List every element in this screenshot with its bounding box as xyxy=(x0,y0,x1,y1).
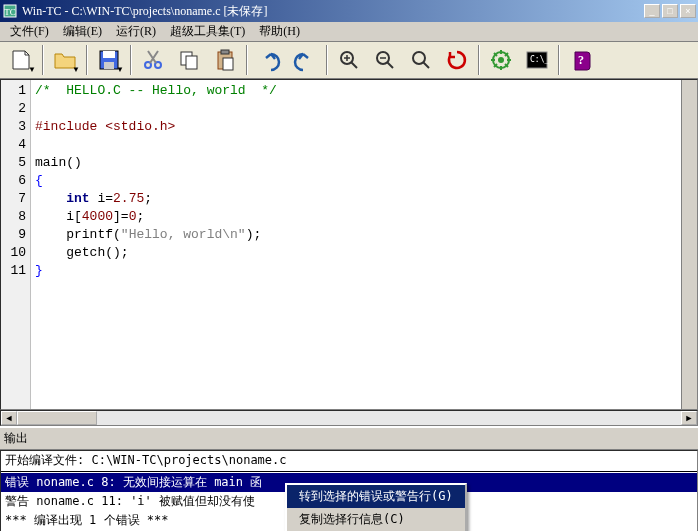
output-panel-title: 输出 xyxy=(0,426,698,450)
help-button[interactable]: ? xyxy=(564,44,598,76)
toolbar-separator xyxy=(42,45,44,75)
line-number: 11 xyxy=(1,262,26,280)
line-number: 9 xyxy=(1,226,26,244)
dropdown-arrow-icon: ▼ xyxy=(116,65,124,74)
redo-button[interactable] xyxy=(288,44,322,76)
svg-point-16 xyxy=(498,57,504,63)
line-number: 10 xyxy=(1,244,26,262)
dropdown-arrow-icon: ▼ xyxy=(72,65,80,74)
menu-run[interactable]: 运行(R) xyxy=(110,21,162,42)
toolbar-separator xyxy=(558,45,560,75)
menu-help[interactable]: 帮助(H) xyxy=(253,21,306,42)
context-menu-copy-line[interactable]: 复制选择行信息(C) xyxy=(287,508,465,531)
toolbar-separator xyxy=(326,45,328,75)
toolbar-separator xyxy=(86,45,88,75)
code-func: main() xyxy=(35,155,82,170)
toolbar: ▼ ▼ ▼ C:\_ ? xyxy=(0,42,698,79)
paste-button[interactable] xyxy=(208,44,242,76)
code-string: "Hello, world\n" xyxy=(121,227,246,242)
line-number-gutter: 1 2 3 4 5 6 7 8 9 10 11 xyxy=(1,80,31,409)
code-area[interactable]: /* HELLO.C -- Hello, world */ #include <… xyxy=(31,80,681,409)
scroll-thumb[interactable] xyxy=(17,411,97,425)
code-brace: { xyxy=(35,173,43,188)
titlebar: TC Win-TC - C:\WIN-TC\projects\noname.c … xyxy=(0,0,698,22)
svg-rect-11 xyxy=(223,58,233,70)
svg-text:C:\_: C:\_ xyxy=(530,55,549,64)
close-button[interactable]: × xyxy=(680,4,696,18)
code-number: 2.75 xyxy=(113,191,144,206)
minimize-button[interactable]: _ xyxy=(644,4,660,18)
svg-rect-8 xyxy=(186,56,197,69)
context-menu: 转到选择的错误或警告行(G) 复制选择行信息(C) xyxy=(285,483,467,531)
menu-edit[interactable]: 编辑(E) xyxy=(57,21,108,42)
output-panel: 开始编译文件: C:\WIN-TC\projects\noname.c 错误 n… xyxy=(0,450,698,531)
line-number: 8 xyxy=(1,208,26,226)
line-number: 6 xyxy=(1,172,26,190)
open-file-button[interactable]: ▼ xyxy=(48,44,82,76)
svg-text:TC: TC xyxy=(4,7,16,17)
compile-button[interactable] xyxy=(484,44,518,76)
copy-button[interactable] xyxy=(172,44,206,76)
cut-button[interactable] xyxy=(136,44,170,76)
find-button[interactable] xyxy=(404,44,438,76)
run-console-button[interactable]: C:\_ xyxy=(520,44,554,76)
window-controls: _ □ × xyxy=(644,4,696,18)
toolbar-separator xyxy=(130,45,132,75)
new-file-button[interactable]: ▼ xyxy=(4,44,38,76)
svg-rect-4 xyxy=(104,62,114,69)
scroll-track[interactable] xyxy=(97,411,681,425)
code-comment: /* HELLO.C -- Hello, world */ xyxy=(35,83,277,98)
maximize-button[interactable]: □ xyxy=(662,4,678,18)
line-number: 5 xyxy=(1,154,26,172)
menubar: 文件(F) 编辑(E) 运行(R) 超级工具集(T) 帮助(H) xyxy=(0,22,698,42)
dropdown-arrow-icon: ▼ xyxy=(28,65,36,74)
menu-tools[interactable]: 超级工具集(T) xyxy=(164,21,251,42)
svg-text:?: ? xyxy=(578,53,584,67)
code-preproc: #include <stdio.h> xyxy=(35,119,175,134)
window-title: Win-TC - C:\WIN-TC\projects\noname.c [未保… xyxy=(22,3,644,20)
line-number: 2 xyxy=(1,100,26,118)
code-editor: 1 2 3 4 5 6 7 8 9 10 11 /* HELLO.C -- He… xyxy=(0,79,698,410)
code-brace: } xyxy=(35,263,43,278)
context-menu-goto-error[interactable]: 转到选择的错误或警告行(G) xyxy=(287,485,465,508)
line-number: 7 xyxy=(1,190,26,208)
toolbar-separator xyxy=(478,45,480,75)
vertical-scrollbar[interactable] xyxy=(681,80,697,409)
app-icon: TC xyxy=(2,3,18,19)
line-number: 1 xyxy=(1,82,26,100)
code-type: int xyxy=(66,191,89,206)
line-number: 3 xyxy=(1,118,26,136)
horizontal-scrollbar[interactable]: ◄ ► xyxy=(0,410,698,426)
output-separator xyxy=(1,471,697,472)
save-button[interactable]: ▼ xyxy=(92,44,126,76)
code-number: 4000 xyxy=(82,209,113,224)
scroll-right-arrow-icon[interactable]: ► xyxy=(681,411,697,425)
toolbar-separator xyxy=(246,45,248,75)
svg-rect-10 xyxy=(221,50,229,54)
output-line[interactable]: 开始编译文件: C:\WIN-TC\projects\noname.c xyxy=(1,451,697,470)
line-number: 4 xyxy=(1,136,26,154)
svg-rect-3 xyxy=(103,51,115,58)
menu-file[interactable]: 文件(F) xyxy=(4,21,55,42)
zoom-in-button[interactable] xyxy=(332,44,366,76)
refresh-button[interactable] xyxy=(440,44,474,76)
scroll-left-arrow-icon[interactable]: ◄ xyxy=(1,411,17,425)
undo-button[interactable] xyxy=(252,44,286,76)
zoom-out-button[interactable] xyxy=(368,44,402,76)
